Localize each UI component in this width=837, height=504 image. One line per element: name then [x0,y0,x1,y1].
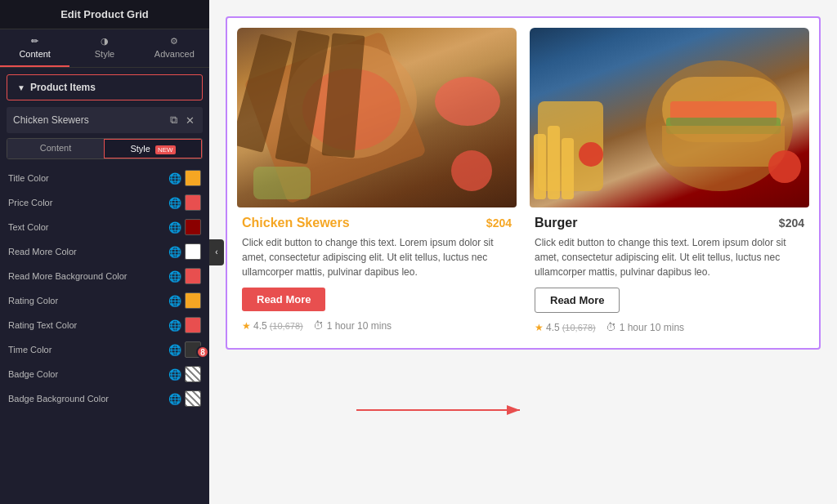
burger-rating-value: 4.5 [546,322,560,333]
badge-color-swatch[interactable] [185,366,201,382]
badge-bg-color-swatch[interactable] [185,390,201,407]
title-color-row: Title Color 🌐 [3,166,206,190]
read-more-bg-globe-icon[interactable]: 🌐 [168,270,181,283]
badge-color-controls: 🌐 [168,366,201,382]
main-content: Chicken Skewers $204 Click edit button t… [209,0,837,504]
title-globe-icon[interactable]: 🌐 [168,172,181,185]
chicken-skewers-time-value: 1 hour 10 mins [327,320,392,332]
product-grid: Chicken Skewers $204 Click edit button t… [226,16,821,350]
time-color-badge: 8 [196,346,209,359]
pencil-icon: ✏ [31,36,38,47]
rating-text-color-controls: 🌐 [168,317,201,333]
burger-image [530,28,809,207]
price-color-label: Price Color [8,197,163,208]
chicken-skewers-image [237,28,517,207]
read-more-bg-color-label: Read More Background Color [8,270,163,282]
sidebar-collapse-button[interactable]: ‹ [209,239,224,265]
rating-globe-icon[interactable]: 🌐 [168,295,181,307]
title-color-swatch[interactable] [185,170,201,186]
chicken-skewers-info: Chicken Skewers $204 Click edit button t… [237,207,517,337]
chicken-skewers-price: $204 [486,216,512,230]
burger-title: Burger [535,216,577,230]
inner-tab-style-label: Style [130,144,150,154]
time-color-row: Time Color 🌐 8 [3,337,206,362]
star-icon: ★ [242,320,251,332]
chicken-skewers-time: ⏱ 1 hour 10 mins [313,319,392,332]
text-color-row: Text Color 🌐 [3,215,206,239]
annotation-arrow [356,394,536,426]
inner-tab-content[interactable]: Content [7,139,104,158]
product-card-burger: Burger $204 Click edit button to change … [530,28,809,338]
chicken-skewers-meta: ★ 4.5 (10,678) ⏱ 1 hour 10 mins [242,319,512,332]
chicken-skewers-rating: ★ 4.5 (10,678) [242,320,303,332]
content-style-tabs: Content Style NEW [7,138,203,159]
price-color-swatch[interactable] [185,194,201,211]
burger-price: $204 [779,216,804,230]
burger-review-count: (10,678) [562,323,596,332]
rating-color-controls: 🌐 [168,292,201,309]
burger-rating: ★ 4.5 (10,678) [535,322,596,333]
read-more-bg-color-row: Read More Background Color 🌐 [3,264,206,288]
chicken-skewers-read-more-button[interactable]: Read More [242,288,325,311]
badge-color-row: Badge Color 🌐 [3,362,206,386]
price-globe-icon[interactable]: 🌐 [168,197,181,209]
sidebar: Edit Product Grid ✏ Content ◑ Style ⚙ Ad… [0,0,209,504]
tab-style[interactable]: ◑ Style [69,29,139,67]
read-more-bg-color-swatch[interactable] [185,268,201,284]
burger-star-icon: ★ [535,322,544,333]
time-color-label: Time Color [8,344,163,355]
rating-text-color-row: Rating Text Color 🌐 [3,313,206,337]
read-more-color-swatch[interactable] [185,243,201,260]
sidebar-tabs: ✏ Content ◑ Style ⚙ Advanced [0,29,209,68]
gear-icon: ⚙ [170,36,178,47]
rating-text-color-swatch[interactable] [185,317,201,333]
sidebar-title: Edit Product Grid [0,0,209,29]
read-more-color-label: Read More Color [8,246,163,257]
burger-time: ⏱ 1 hour 10 mins [606,321,684,333]
color-options-list: Title Color 🌐 Price Color 🌐 Text Color 🌐 [0,166,209,504]
product-card-chicken-skewers: Chicken Skewers $204 Click edit button t… [237,28,517,338]
price-color-controls: 🌐 [168,194,201,211]
badge-bg-color-controls: 🌐 [168,390,201,407]
text-color-swatch[interactable] [185,219,201,235]
burger-clock-icon: ⏱ [606,321,616,333]
burger-title-row: Burger $204 [535,216,804,230]
text-globe-icon[interactable]: 🌐 [168,221,181,234]
chicken-skewers-title: Chicken Skewers [242,216,350,230]
rating-text-globe-icon[interactable]: 🌐 [168,319,181,332]
close-item-button[interactable]: ✕ [184,113,196,128]
read-more-globe-icon[interactable]: 🌐 [168,246,181,258]
item-name-label: Chicken Skewers [13,114,168,126]
burger-time-value: 1 hour 10 mins [620,322,684,333]
rating-color-swatch[interactable] [185,292,201,309]
title-color-controls: 🌐 [168,170,201,186]
read-more-bg-color-controls: 🌐 [168,268,201,284]
chevron-down-icon: ▼ [17,83,25,92]
tab-style-label: Style [95,49,114,59]
burger-info: Burger $204 Click edit button to change … [530,207,809,338]
chicken-skewers-rating-value: 4.5 [253,320,267,332]
tab-content[interactable]: ✏ Content [0,29,69,67]
title-color-label: Title Color [8,172,163,184]
new-badge: NEW [155,145,176,154]
tab-content-label: Content [19,49,51,59]
product-items-label: Product Items [30,82,96,93]
product-items-section[interactable]: ▼ Product Items [7,74,203,100]
item-row: Chicken Skewers ⧉ ✕ [7,107,203,133]
price-color-row: Price Color 🌐 [3,190,206,215]
text-color-label: Text Color [8,221,163,233]
tab-advanced[interactable]: ⚙ Advanced [140,29,209,67]
burger-read-more-button[interactable]: Read More [535,288,620,313]
read-more-color-controls: 🌐 [168,243,201,260]
chicken-skewers-title-row: Chicken Skewers $204 [242,216,512,230]
copy-item-button[interactable]: ⧉ [168,112,179,128]
inner-tab-style[interactable]: Style NEW [104,139,202,158]
badge-bg-globe-icon[interactable]: 🌐 [168,393,181,405]
time-color-controls: 🌐 8 [168,341,201,358]
item-actions: ⧉ ✕ [168,112,196,128]
rating-color-row: Rating Color 🌐 [3,288,206,313]
inner-tab-content-label: Content [40,143,72,153]
chicken-skewers-review-count: (10,678) [270,321,303,331]
time-globe-icon[interactable]: 🌐 [168,344,181,356]
badge-globe-icon[interactable]: 🌐 [168,368,181,381]
